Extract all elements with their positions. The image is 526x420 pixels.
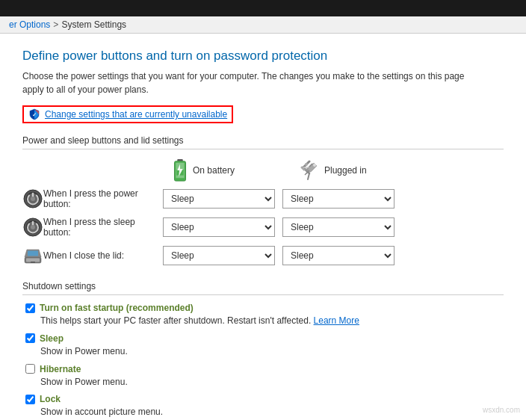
col-on-battery-label: On battery: [193, 165, 235, 176]
lock-desc: Show in account picture menu.: [25, 406, 504, 419]
svg-rect-30: [28, 251, 38, 256]
lock-header: Lock: [25, 394, 504, 404]
power-button-icon: [22, 188, 43, 209]
col-on-battery-header: On battery: [172, 158, 291, 182]
lid-row: When I close the lid: Do nothing Sleep H…: [22, 245, 504, 266]
col-plugged-in-header: Plugged in: [291, 160, 411, 181]
sleep-battery-dropdown-wrapper: Do nothing Sleep Hibernate Shut down Tur…: [163, 217, 275, 237]
sleep-button-row: When I press the sleep button: Do nothin…: [22, 217, 504, 238]
hibernate-item: Hibernate Show in Power menu.: [22, 364, 504, 389]
title-bar: [0, 0, 526, 16]
fast-startup-item: Turn on fast startup (recommended) This …: [22, 303, 504, 327]
lock-label[interactable]: Lock: [40, 394, 61, 404]
sleep-button-icon: [22, 217, 43, 238]
sleep-desc: Show in Power menu.: [25, 345, 504, 358]
svg-text:✓: ✓: [32, 112, 37, 117]
power-battery-dropdown[interactable]: Do nothing Sleep Hibernate Shut down Tur…: [163, 189, 275, 209]
power-plugged-dropdown[interactable]: Do nothing Sleep Hibernate Shut down Tur…: [282, 189, 394, 209]
lid-dropdowns: Do nothing Sleep Hibernate Shut down Tur…: [163, 246, 394, 265]
svg-line-12: [308, 173, 309, 179]
svg-rect-31: [31, 262, 35, 263]
hibernate-header: Hibernate: [25, 364, 504, 374]
lid-label: When I close the lid:: [43, 250, 163, 261]
lid-plugged-dropdown[interactable]: Do nothing Sleep Hibernate Shut down Tur…: [282, 246, 394, 265]
page-title: Define power buttons and turn on passwor…: [22, 49, 504, 64]
sleep-plugged-dropdown[interactable]: Do nothing Sleep Hibernate Shut down Tur…: [282, 217, 394, 237]
breadcrumb: er Options > System Settings: [0, 16, 526, 34]
svg-point-26: [31, 225, 35, 229]
hibernate-label[interactable]: Hibernate: [40, 364, 81, 374]
learn-more-link[interactable]: Learn More: [314, 315, 359, 326]
plug-icon: [299, 160, 320, 181]
fast-startup-checkbox[interactable]: [25, 303, 35, 313]
lock-checkbox[interactable]: [25, 395, 35, 404]
change-settings-text: Change settings that are currently unava…: [45, 109, 227, 120]
breadcrumb-parent[interactable]: er Options: [9, 19, 50, 30]
power-sleep-section-title: Power and sleep buttons and lid settings: [22, 135, 504, 149]
hibernate-checkbox[interactable]: [25, 364, 35, 374]
power-button-label: When I press the power button:: [43, 188, 163, 209]
power-battery-dropdown-wrapper: Do nothing Sleep Hibernate Shut down Tur…: [163, 189, 275, 209]
hibernate-desc: Show in Power menu.: [25, 376, 504, 389]
power-button-row: When I press the power button: Do nothin…: [22, 188, 504, 209]
sleep-item: Sleep Show in Power menu.: [22, 333, 504, 358]
fast-startup-label[interactable]: Turn on fast startup (recommended): [40, 303, 194, 313]
sleep-label[interactable]: Sleep: [40, 333, 64, 344]
svg-point-16: [313, 164, 316, 167]
watermark: wsxdn.com: [483, 406, 520, 414]
content-area: Define power buttons and turn on passwor…: [0, 34, 526, 420]
breadcrumb-separator: >: [53, 19, 58, 30]
svg-point-13: [305, 163, 308, 166]
change-settings-link[interactable]: ✓ Change settings that are currently una…: [22, 105, 233, 123]
shield-icon: ✓: [28, 108, 40, 120]
battery-icon: [172, 158, 188, 182]
svg-rect-28: [26, 259, 40, 262]
fast-startup-desc: This helps start your PC faster after sh…: [25, 315, 504, 327]
sleep-checkbox[interactable]: [25, 333, 35, 343]
lid-battery-dropdown-wrapper: Do nothing Sleep Hibernate Shut down Tur…: [163, 246, 275, 265]
lid-icon: [22, 245, 43, 266]
lock-item: Lock Show in account picture menu.: [22, 394, 504, 419]
power-plugged-dropdown-wrapper: Do nothing Sleep Hibernate Shut down Tur…: [282, 189, 394, 209]
lid-plugged-dropdown-wrapper: Do nothing Sleep Hibernate Shut down Tur…: [282, 246, 394, 265]
sleep-plugged-dropdown-wrapper: Do nothing Sleep Hibernate Shut down Tur…: [282, 217, 394, 237]
settings-grid: On battery: [22, 158, 504, 266]
col-plugged-in-label: Plugged in: [324, 165, 367, 176]
svg-point-22: [31, 197, 35, 201]
sleep-button-dropdowns: Do nothing Sleep Hibernate Shut down Tur…: [163, 217, 394, 237]
lid-battery-dropdown[interactable]: Do nothing Sleep Hibernate Shut down Tur…: [163, 246, 275, 265]
grid-header-row: On battery: [22, 158, 504, 182]
breadcrumb-current: System Settings: [61, 19, 126, 30]
shutdown-section-title: Shutdown settings: [22, 281, 504, 295]
power-button-dropdowns: Do nothing Sleep Hibernate Shut down Tur…: [163, 189, 394, 209]
sleep-battery-dropdown[interactable]: Do nothing Sleep Hibernate Shut down Tur…: [163, 217, 275, 237]
sleep-header: Sleep: [25, 333, 504, 344]
fast-startup-header: Turn on fast startup (recommended): [25, 303, 504, 313]
sleep-button-label: When I press the sleep button:: [43, 217, 163, 238]
page-description: Choose the power settings that you want …: [22, 70, 471, 96]
